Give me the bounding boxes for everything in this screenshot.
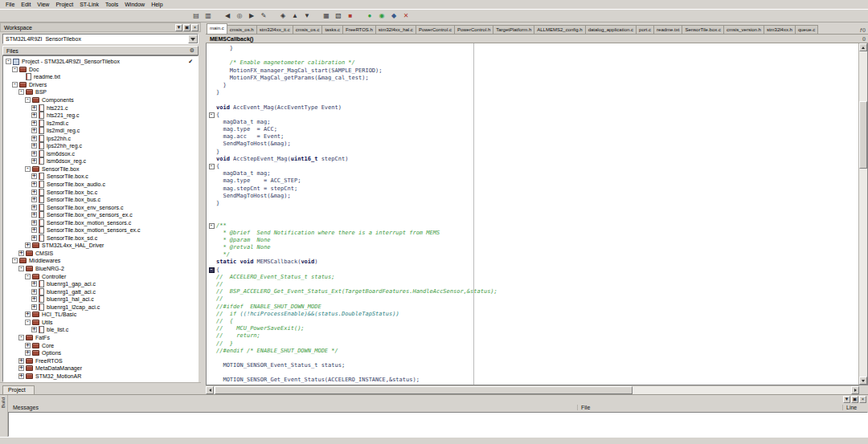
tree-item[interactable]: +SensorTile.box_audio.c (3, 181, 198, 189)
expand-icon[interactable]: + (31, 227, 37, 233)
tree-item[interactable]: -BlueNRG-2 (3, 265, 198, 273)
expand-icon[interactable]: + (31, 205, 37, 210)
expand-icon[interactable]: + (31, 143, 37, 149)
tree-item[interactable]: +SensorTile.box_bus.c (3, 196, 198, 204)
tree-item[interactable]: +bluenrg1_l2cap_aci.c (3, 303, 198, 312)
editor-tab-stm32l4xx-hal-c[interactable]: stm32l4xx_hal.c (376, 25, 416, 34)
close-window-icon[interactable]: × (859, 396, 866, 403)
nav-back-icon[interactable]: ◀ (222, 10, 233, 21)
code-line[interactable]: } (207, 45, 858, 52)
code-line[interactable]: */ (207, 251, 858, 259)
save-all-icon[interactable]: ▥ (203, 10, 214, 21)
tree-item[interactable]: -Project - STM32L4R9ZI_SensorTilebox✓ (3, 58, 198, 66)
expand-icon[interactable]: + (31, 112, 37, 118)
tree-item[interactable]: readme.txt (3, 73, 198, 81)
code-line[interactable] (207, 52, 858, 59)
tree-item[interactable]: +Options (3, 349, 198, 357)
expand-icon[interactable]: + (31, 281, 37, 287)
tree-item[interactable]: +STM32L4xx_HAL_Driver (3, 242, 198, 250)
collapse-icon[interactable]: - (25, 97, 31, 103)
editor-tab-targetplatform-h[interactable]: TargetPlatform.h (493, 25, 534, 34)
collapse-icon[interactable]: - (6, 59, 11, 64)
collapse-icon[interactable]: - (12, 258, 18, 263)
collapse-icon[interactable]: - (18, 266, 24, 271)
tree-item[interactable]: -Drivers (3, 81, 198, 89)
tree-item[interactable]: -BSP (3, 88, 198, 96)
menu-item-project[interactable]: Project (52, 2, 76, 7)
code-line[interactable]: // ACCELERO_Event_Status_t status; (207, 274, 858, 281)
tree-item[interactable]: +FreeRTOS (3, 356, 198, 365)
editor-tab-tasks-c[interactable]: tasks.c (322, 25, 343, 34)
workspace-config-select[interactable]: STM32L4R9ZI_SensorTilebox (2, 34, 199, 44)
find-icon[interactable]: ◎ (234, 10, 245, 21)
expand-icon[interactable]: + (31, 189, 37, 195)
code-line[interactable]: // (207, 281, 858, 288)
tree-item[interactable]: +SensorTile.box_sd.c (3, 234, 198, 242)
make-icon[interactable]: ▦ (321, 10, 332, 21)
expand-icon[interactable]: + (31, 181, 37, 187)
code-line[interactable]: MotionFX_MagCal_getParams(&mag_cal_test)… (207, 75, 858, 82)
expand-icon[interactable]: + (25, 350, 31, 356)
horizontal-scrollbar[interactable] (206, 385, 859, 394)
code-line[interactable]: void AccEvent_Mag(AccEventType Event) (207, 104, 858, 112)
close-window-icon[interactable]: × (191, 24, 199, 31)
tree-item[interactable]: +CMSIS (3, 250, 198, 258)
chevron-down-icon[interactable] (188, 35, 198, 43)
menu-item-edit[interactable]: Edit (18, 2, 34, 7)
tree-item[interactable]: +lsm6dsox_reg.c (3, 157, 198, 165)
build-log-body[interactable] (8, 412, 868, 437)
code-line[interactable] (207, 214, 858, 222)
editor-tab-cmsis-version-h[interactable]: cmsis_version.h (724, 25, 764, 34)
horizontal-scrollbar-thumb[interactable] (215, 386, 633, 394)
code-line[interactable]: * @param None (207, 237, 858, 244)
code-line[interactable]: } (207, 200, 858, 207)
open-file-icon[interactable]: ▤ (190, 10, 202, 21)
scroll-up-icon[interactable] (859, 43, 867, 51)
code-line[interactable]: * @brief Send Notification where there i… (207, 230, 858, 237)
editor-tab-port-c[interactable]: port.c (637, 25, 654, 34)
editor-tab-sensortile-box-c[interactable]: SensorTile.box.c (682, 25, 723, 34)
tree-item[interactable]: -Middlewares (3, 257, 198, 265)
code-line[interactable]: void AccStepEvent_Mag(uint16_t stepCnt) (207, 156, 858, 163)
tree-item[interactable]: +HCI_TL/Basic (3, 311, 198, 319)
code-lines[interactable]: } /* Enable magnetometer calibration */ … (207, 43, 858, 385)
code-line[interactable] (207, 207, 858, 214)
fold-marker-icon[interactable]: - (209, 112, 215, 118)
editor-tab-cmsis-os-h[interactable]: cmsis_os.h (227, 25, 257, 34)
editor-tab-stm32l4xx-h[interactable]: stm32l4xx.h (764, 25, 796, 34)
expand-icon[interactable]: + (25, 343, 31, 348)
code-line[interactable]: /* Enable magnetometer calibration */ (207, 59, 858, 67)
editor-tab-freertos-h[interactable]: FreeRTOS.h (343, 25, 376, 34)
code-editor[interactable]: } /* Enable magnetometer calibration */ … (206, 43, 868, 385)
expand-icon[interactable]: + (31, 158, 37, 164)
dock-window-icon[interactable]: ▣ (851, 396, 858, 403)
code-line[interactable]: //#endif /* ENABLE_SHUT_DOWN_MODE */ (207, 348, 858, 355)
expand-icon[interactable]: + (31, 289, 37, 295)
menu-item-tools[interactable]: Tools (102, 2, 121, 7)
code-line[interactable]: // (207, 295, 858, 303)
expand-icon[interactable]: + (31, 105, 37, 111)
expand-icon[interactable]: + (31, 327, 37, 332)
code-line[interactable]: } (207, 89, 858, 96)
symbol-list-icon[interactable]: {} (862, 36, 866, 41)
code-line[interactable]: -{ (207, 163, 858, 170)
tab-build[interactable]: Build (0, 395, 8, 437)
expand-icon[interactable]: + (31, 296, 37, 302)
code-line[interactable]: // BSP_ACCELERO_Get_Event_Status_Ext(Tar… (207, 288, 858, 295)
tree-item[interactable]: +ble_list.c (3, 326, 198, 334)
tab-project[interactable]: Project (2, 385, 35, 394)
scroll-right-icon[interactable] (851, 386, 859, 394)
code-line[interactable]: mag.acc = Event; (207, 133, 858, 141)
code-line[interactable]: magData_t mag; (207, 170, 858, 177)
code-line[interactable]: mag.stepCnt = stepCnt; (207, 185, 858, 193)
stop-debug-icon[interactable]: ✕ (400, 10, 411, 21)
tree-item[interactable]: +bluenrg1_gap_aci.c (3, 280, 198, 288)
code-line[interactable]: MotionFX_manager_MagCal_start(SAMPLE_PER… (207, 67, 858, 75)
edit-icon[interactable]: ✎ (258, 10, 269, 21)
next-bookmark-icon[interactable]: ▼ (301, 10, 313, 21)
code-line[interactable]: // if ((!hciProcessEnable)&&(status.Doub… (207, 311, 858, 318)
workspace-caption[interactable]: Workspace ▼▣× (0, 22, 201, 32)
dock-window-icon[interactable]: ▣ (183, 24, 190, 31)
menu-item-file[interactable]: File (2, 2, 18, 7)
stop-build-icon[interactable]: ■ (345, 10, 356, 21)
